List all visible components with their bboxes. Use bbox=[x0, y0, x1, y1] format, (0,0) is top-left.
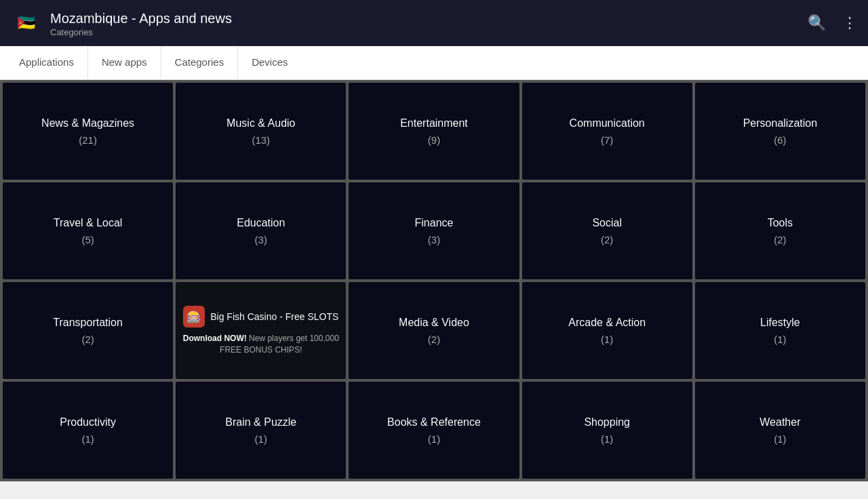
ad-icon: 🎰 bbox=[183, 306, 205, 327]
categories-grid: News & Magazines (21) Music & Audio (13)… bbox=[0, 80, 868, 481]
category-cell-communication[interactable]: Communication (7) bbox=[522, 83, 692, 180]
cell-count-tools: (2) bbox=[774, 234, 786, 245]
category-cell-transportation[interactable]: Transportation (2) bbox=[3, 282, 173, 379]
cell-title-travel-local: Travel & Local bbox=[48, 216, 128, 231]
category-cell-media-video[interactable]: Media & Video (2) bbox=[349, 282, 519, 379]
category-cell-shopping[interactable]: Shopping (1) bbox=[522, 382, 692, 479]
cell-title-education: Education bbox=[231, 216, 290, 231]
cell-title-transportation: Transportation bbox=[47, 316, 128, 330]
header-actions: 🔍 ⋮ bbox=[808, 14, 857, 32]
cell-count-personalization: (6) bbox=[774, 134, 786, 146]
category-cell-lifestyle[interactable]: Lifestyle (1) bbox=[695, 282, 865, 379]
ad-body: Download NOW! New players get 100,000 FR… bbox=[182, 333, 339, 356]
category-cell-weather[interactable]: Weather (1) bbox=[695, 382, 865, 479]
category-cell-books-reference[interactable]: Books & Reference (1) bbox=[349, 382, 519, 479]
category-cell-productivity[interactable]: Productivity (1) bbox=[3, 382, 173, 479]
cell-count-books-reference: (1) bbox=[428, 433, 440, 445]
cell-count-weather: (1) bbox=[774, 433, 786, 445]
category-cell-finance[interactable]: Finance (3) bbox=[349, 182, 519, 279]
cell-title-arcade-action: Arcade & Action bbox=[563, 316, 651, 330]
cell-title-personalization: Personalization bbox=[738, 117, 823, 131]
tab-applications[interactable]: Applications bbox=[5, 46, 87, 79]
cell-title-social: Social bbox=[587, 216, 627, 231]
category-cell-travel-local[interactable]: Travel & Local (5) bbox=[3, 182, 173, 279]
cell-title-productivity: Productivity bbox=[54, 416, 121, 430]
cell-title-lifestyle: Lifestyle bbox=[755, 316, 806, 330]
cell-title-finance: Finance bbox=[410, 216, 459, 231]
category-cell-entertainment[interactable]: Entertainment (9) bbox=[349, 83, 519, 180]
app-subtitle: Categories bbox=[50, 27, 808, 37]
cell-title-weather: Weather bbox=[754, 416, 806, 430]
cell-count-lifestyle: (1) bbox=[774, 334, 786, 345]
tab-categories[interactable]: Categories bbox=[161, 46, 238, 79]
category-cell-music-audio[interactable]: Music & Audio (13) bbox=[176, 83, 346, 180]
cell-title-books-reference: Books & Reference bbox=[382, 416, 486, 430]
cell-title-entertainment: Entertainment bbox=[395, 117, 473, 131]
cell-count-travel-local: (5) bbox=[81, 234, 94, 245]
cell-count-education: (3) bbox=[255, 234, 267, 245]
category-cell-news-magazines[interactable]: News & Magazines (21) bbox=[3, 83, 173, 180]
cell-count-shopping: (1) bbox=[601, 433, 613, 445]
search-icon[interactable]: 🔍 bbox=[808, 14, 826, 32]
cell-title-media-video: Media & Video bbox=[393, 316, 475, 330]
category-cell-tools[interactable]: Tools (2) bbox=[695, 182, 865, 279]
cell-title-news-magazines: News & Magazines bbox=[36, 117, 140, 131]
category-cell-education[interactable]: Education (3) bbox=[176, 182, 346, 279]
cell-title-music-audio: Music & Audio bbox=[221, 117, 300, 131]
cell-count-brain-puzzle: (1) bbox=[255, 433, 267, 445]
cell-count-finance: (3) bbox=[428, 234, 440, 245]
header-title-block: Mozambique - Apps and news Categories bbox=[50, 9, 808, 37]
tab-devices[interactable]: Devices bbox=[237, 46, 301, 79]
category-cell-brain-puzzle[interactable]: Brain & Puzzle (1) bbox=[176, 382, 346, 479]
tab-new-apps[interactable]: New apps bbox=[87, 46, 161, 79]
app-logo: 🇲🇿 bbox=[11, 8, 41, 38]
ad-title: Big Fish Casino - Free SLOTS bbox=[210, 311, 338, 322]
cell-count-media-video: (2) bbox=[428, 334, 440, 345]
cell-title-communication: Communication bbox=[564, 117, 650, 131]
cell-count-news-magazines: (21) bbox=[79, 134, 97, 146]
nav-tabs: Applications New apps Categories Devices bbox=[0, 46, 868, 80]
category-cell-arcade-action[interactable]: Arcade & Action (1) bbox=[522, 282, 692, 379]
category-cell-personalization[interactable]: Personalization (6) bbox=[695, 83, 865, 180]
cell-count-productivity: (1) bbox=[81, 433, 94, 445]
cell-count-music-audio: (13) bbox=[252, 134, 270, 146]
ad-cell[interactable]: 🎰 Big Fish Casino - Free SLOTS Download … bbox=[176, 282, 346, 379]
cell-title-tools: Tools bbox=[762, 216, 798, 231]
app-header: 🇲🇿 Mozambique - Apps and news Categories… bbox=[0, 0, 868, 46]
cell-count-social: (2) bbox=[601, 234, 613, 245]
cell-count-entertainment: (9) bbox=[428, 134, 440, 146]
cell-title-brain-puzzle: Brain & Puzzle bbox=[220, 416, 302, 430]
app-title: Mozambique - Apps and news bbox=[50, 9, 808, 27]
category-cell-social[interactable]: Social (2) bbox=[522, 182, 692, 279]
overflow-menu-icon[interactable]: ⋮ bbox=[842, 14, 857, 32]
cell-title-shopping: Shopping bbox=[578, 416, 635, 430]
cell-count-communication: (7) bbox=[601, 134, 613, 146]
cell-count-arcade-action: (1) bbox=[601, 334, 613, 345]
cell-count-transportation: (2) bbox=[81, 334, 94, 345]
ad-header: 🎰 Big Fish Casino - Free SLOTS bbox=[183, 306, 338, 327]
